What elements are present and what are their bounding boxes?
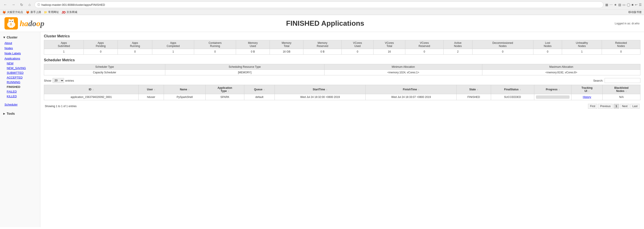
sidebar-item-applications[interactable]: Applications — [0, 56, 40, 61]
history-link[interactable]: History — [583, 95, 591, 99]
sidebar-item-nodes[interactable]: Nodes — [0, 46, 40, 51]
sidebar-item-node-labels[interactable]: Node Labels — [0, 51, 40, 56]
sort-finish-icon: ↕ — [418, 88, 420, 91]
jd-icon: JD — [62, 10, 66, 14]
val-decommissioned-nodes: 0 — [472, 49, 533, 55]
sidebar-sub-item-accepted[interactable]: ACCEPTED — [0, 75, 40, 80]
collapse-icon: ▼ — [3, 35, 6, 39]
val-vcores-reserved: 0 — [405, 49, 443, 55]
search-label: Search: — [593, 79, 603, 82]
sidebar-item-about[interactable]: About — [0, 40, 40, 46]
sort-name-icon: ↕ — [188, 88, 190, 91]
cluster-section-header[interactable]: ▼ Cluster — [0, 34, 40, 40]
col-rebooted-nodes: RebootedNodes — [602, 40, 640, 49]
last-button[interactable]: Last — [630, 104, 640, 109]
bookmark-jd[interactable]: JD 京东商城 — [62, 10, 77, 14]
search-section: Search: — [593, 78, 640, 83]
app-blacklisted: N/A — [602, 94, 640, 100]
applications-table: ID ↕ User ↕ Name ↕ ApplicationType ↕ Que… — [44, 85, 640, 100]
app-col-user[interactable]: User ↕ — [138, 85, 164, 94]
pagination-info: Showing 1 to 1 of 1 entries — [45, 105, 76, 108]
qr-icon[interactable]: ▦ — [605, 3, 608, 6]
svg-rect-6 — [10, 23, 12, 25]
main-layout: ▼ Cluster About Nodes Node Labels Applic… — [0, 32, 644, 227]
col-memory-total: MemoryTotal — [270, 40, 303, 49]
app-name: PySparkShell — [164, 94, 206, 100]
hadoop-logo-text: hadoop — [20, 19, 44, 28]
app-col-finish-time[interactable]: FinishTime ↕ — [366, 85, 456, 94]
table-row: application_1563794020092_0001 hduser Py… — [44, 94, 640, 100]
sidebar-sub-item-new[interactable]: NEW — [0, 61, 40, 66]
sidebar-sub-item-killed[interactable]: KILLED — [0, 94, 40, 99]
col-apps-completed: AppsCompleted — [152, 40, 194, 49]
content-area: Cluster Metrics AppsSubmitted AppsPendin… — [40, 32, 644, 227]
cluster-metrics-table: AppsSubmitted AppsPending AppsRunning Ap… — [44, 40, 640, 55]
app-col-final-status[interactable]: FinalStatus ↕ — [491, 85, 534, 94]
sidebar-sub-item-running[interactable]: RUNNING — [0, 80, 40, 85]
menu-icon[interactable]: ☰ — [639, 3, 642, 6]
app-finish-time: Wed Jul 24 18:33:07 +0800 2019 — [366, 94, 456, 100]
sort-state-icon: ↕ — [477, 88, 478, 91]
forward-button[interactable]: → — [10, 1, 16, 8]
sort-start-icon: ↕ — [326, 88, 327, 91]
pagination-controls: First Previous 1 Next Last — [588, 104, 640, 109]
entries-select[interactable]: 10 20 50 100 — [52, 78, 64, 83]
hadoop-logo: hadoop — [4, 17, 44, 29]
show-entries-left: Show 10 20 50 100 entries — [44, 78, 74, 83]
app-start-time: Wed Jul 24 18:32:00 +0800 2019 — [274, 94, 366, 100]
bookmark-huohu[interactable]: 🦊 火狐官方站点 — [2, 10, 23, 14]
next-button[interactable]: Next — [620, 104, 630, 109]
star-icon[interactable]: ★ — [614, 3, 617, 6]
sched-col-type: Scheduler Type — [44, 64, 165, 70]
sidebar-sub-item-finished[interactable]: FINISHED — [0, 85, 40, 89]
bookmark-xinshow[interactable]: 🦊 新手上路 — [26, 10, 41, 14]
account-icon[interactable]: ◯ — [627, 3, 630, 6]
search-input[interactable] — [604, 78, 640, 83]
val-containers-running: 0 — [194, 49, 236, 55]
app-col-progress[interactable]: Progress ↕ — [534, 85, 572, 94]
home-button[interactable]: ⌂ — [26, 1, 33, 8]
sidebar-icon[interactable]: ▧ — [618, 3, 621, 6]
svg-rect-5 — [12, 26, 13, 28]
tabs-icon[interactable]: ▭ — [622, 3, 626, 6]
app-col-name[interactable]: Name ↕ — [164, 85, 206, 94]
app-col-start-time[interactable]: StartTime ↕ — [274, 85, 366, 94]
first-button[interactable]: First — [588, 104, 597, 109]
val-memory-total: 16 GB — [270, 49, 303, 55]
show-label: Show — [44, 79, 51, 82]
svg-point-8 — [12, 21, 13, 22]
sidebar-item-scheduler[interactable]: Scheduler — [0, 102, 40, 107]
app-col-state[interactable]: State ↕ — [456, 85, 491, 94]
entries-label: entries — [66, 79, 74, 82]
reload-button[interactable]: ↻ — [18, 1, 25, 8]
scheduler-metrics-table: Scheduler Type Scheduling Resource Type … — [44, 64, 640, 75]
app-col-tracking-ui[interactable]: TrackingUI ↕ — [572, 85, 602, 94]
bookmark-changyong[interactable]: 📁 常用网址 — [44, 10, 59, 14]
sidebar-sub-item-new-saving[interactable]: NEW_SAVING — [0, 66, 40, 70]
show-entries-row: Show 10 20 50 100 entries Search: — [44, 78, 640, 83]
app-col-id[interactable]: ID ↕ — [44, 85, 138, 94]
previous-button[interactable]: Previous — [598, 104, 613, 109]
sidebar-sub-item-submitted[interactable]: SUBMITTED — [0, 70, 40, 75]
app-col-blacklisted[interactable]: BlacklistedNodes ↕ — [602, 85, 640, 94]
app-col-app-type[interactable]: ApplicationType ↕ — [206, 85, 244, 94]
address-bar[interactable]: ⓘ hadoop-master-001:8088/cluster/apps/FI… — [34, 1, 604, 8]
sidebar-sub-item-failed[interactable]: FAILED — [0, 89, 40, 94]
page-1-button[interactable]: 1 — [614, 104, 619, 109]
progress-bar-fill — [536, 96, 569, 98]
browser-action-icons: ▦ ⋯ ★ ▧ ▭ ◯ ■ ↩ ☰ — [605, 3, 642, 6]
cluster-metrics-title: Cluster Metrics — [44, 34, 640, 38]
val-vcores-total: 16 — [374, 49, 405, 55]
col-memory-used: MemoryUsed — [236, 40, 270, 49]
more-icon[interactable]: ⋯ — [610, 3, 613, 6]
app-col-queue[interactable]: Queue ↕ — [244, 85, 275, 94]
back-button[interactable]: ← — [2, 1, 8, 8]
browser-chrome: ← → ↻ ⌂ ⓘ hadoop-master-001:8088/cluster… — [0, 0, 644, 15]
undo-icon[interactable]: ↩ — [635, 3, 638, 6]
col-vcores-used: VCoresUsed — [342, 40, 373, 49]
tools-section-header[interactable]: ► Tools — [0, 110, 40, 117]
sort-type-icon: ↕ — [228, 90, 229, 92]
extension-icon[interactable]: ■ — [632, 3, 634, 6]
pagination-row: Showing 1 to 1 of 1 entries First Previo… — [44, 102, 640, 110]
sort-queue-icon: ↕ — [264, 88, 265, 91]
